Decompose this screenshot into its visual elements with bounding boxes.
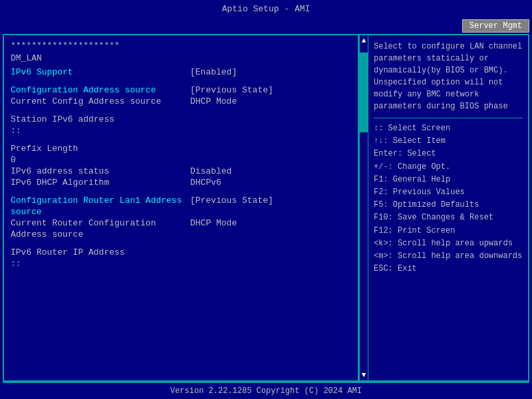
key-select-screen: ↕: Select Screen xyxy=(374,122,523,135)
footer-text: Version 2.22.1285 Copyright (C) 2024 AMI xyxy=(170,386,362,396)
blank-2 xyxy=(11,108,351,114)
station-ipv6-value: :: xyxy=(11,126,351,136)
left-panel: ********************* DM_LAN IPv6 Suppor… xyxy=(4,35,359,380)
main-content: ********************* DM_LAN IPv6 Suppor… xyxy=(3,34,529,382)
blank-3 xyxy=(11,137,351,144)
key-f12: F12: Print Screen xyxy=(374,225,523,237)
scroll-down-arrow[interactable]: ▼ xyxy=(360,370,368,380)
ipv6-dhcp-algo-row: IPv6 DHCP Algorithm DHCPv6 xyxy=(11,178,351,188)
config-router-lan1-source: source xyxy=(11,207,351,217)
ipv6-support-row: IPv6 Support [Enabled] xyxy=(11,67,351,77)
ipv6-router-ip-label: IPv6 Router IP Address xyxy=(11,247,190,257)
current-config-addr-value: DHCP Mode xyxy=(190,96,237,106)
scrollbar[interactable]: ▲ ▼ xyxy=(359,35,368,380)
tab-server-mgmt[interactable]: Server Mgmt xyxy=(462,19,529,33)
key-f2: F2: Previous Values xyxy=(374,186,523,199)
key-enter: Enter: Select xyxy=(374,148,523,160)
prefix-length-row: Prefix Length xyxy=(11,144,351,154)
ipv6-support-value: [Enabled] xyxy=(190,67,237,77)
divider xyxy=(374,118,523,118)
ipv6-addr-status-value: Disabled xyxy=(190,166,231,176)
key-help: ↕: Select Screen ↑↓: Select Item Enter: … xyxy=(374,122,523,275)
key-change-opt: +/-: Change Opt. xyxy=(374,161,523,174)
current-router-config-value: DHCP Mode xyxy=(190,218,237,228)
config-router-lan1-row: Configuration Router Lan1 Address [Previ… xyxy=(11,196,351,205)
station-ipv6-label: Station IPv6 address xyxy=(11,114,190,124)
help-text: Select to configure LAN channel paramete… xyxy=(374,41,523,112)
scroll-up-arrow[interactable]: ▲ xyxy=(360,35,368,46)
blank-4 xyxy=(11,189,351,196)
key-f1: F1: General Help xyxy=(374,174,523,186)
blank-5 xyxy=(11,241,351,247)
footer: Version 2.22.1285 Copyright (C) 2024 AMI xyxy=(3,382,529,399)
current-config-addr-row: Current Config Address source DHCP Mode xyxy=(11,96,351,106)
current-config-addr-label: Current Config Address source xyxy=(11,96,190,106)
key-select-item: ↑↓: Select Item xyxy=(374,135,523,148)
current-router-config-label: Current Router Configuration xyxy=(11,218,190,228)
ipv6-router-ip-value: :: xyxy=(11,259,351,269)
tab-bar: Server Mgmt xyxy=(0,18,532,34)
current-router-config-row: Current Router Configuration DHCP Mode xyxy=(11,218,351,228)
config-addr-source-value: [Previous State] xyxy=(190,85,273,95)
config-router-lan1-value: [Previous State] xyxy=(190,196,273,205)
config-addr-source-label[interactable]: Configuration Address source xyxy=(11,85,190,95)
section-stars: ********************* xyxy=(11,41,351,51)
current-router-config-addr-source: Address source xyxy=(11,229,351,239)
prefix-length-label: Prefix Length xyxy=(11,144,190,154)
key-scroll-up: <k>: Scroll help area upwards xyxy=(374,237,523,250)
app-title: Aptio Setup - AMI xyxy=(222,4,311,14)
ipv6-addr-status-row: IPv6 address status Disabled xyxy=(11,166,351,176)
ipv6-router-ip-row: IPv6 Router IP Address xyxy=(11,247,351,257)
ipv6-dhcp-algo-value: DHCPv6 xyxy=(190,178,221,188)
right-panel: Select to configure LAN channel paramete… xyxy=(368,35,528,380)
key-f10: F10: Save Changes & Reset xyxy=(374,211,523,224)
ipv6-dhcp-algo-label: IPv6 DHCP Algorithm xyxy=(11,178,190,188)
ipv6-support-label[interactable]: IPv6 Support xyxy=(11,67,190,77)
prefix-length-value: 0 xyxy=(11,155,351,165)
key-esc: ESC: Exit xyxy=(374,263,523,275)
config-router-lan1-label[interactable]: Configuration Router Lan1 Address xyxy=(11,196,190,205)
ipv6-addr-status-label: IPv6 address status xyxy=(11,166,190,176)
config-addr-source-row: Configuration Address source [Previous S… xyxy=(11,85,351,95)
key-scroll-down: <m>: Scroll help area downwards xyxy=(374,250,523,263)
scroll-track xyxy=(360,46,368,370)
section-name: DM_LAN xyxy=(11,53,351,63)
title-bar: Aptio Setup - AMI xyxy=(0,0,532,18)
station-ipv6-row: Station IPv6 address xyxy=(11,114,351,124)
blank-1 xyxy=(11,78,351,85)
key-f5: F5: Optimized Defaults xyxy=(374,199,523,211)
scroll-thumb xyxy=(360,53,368,132)
